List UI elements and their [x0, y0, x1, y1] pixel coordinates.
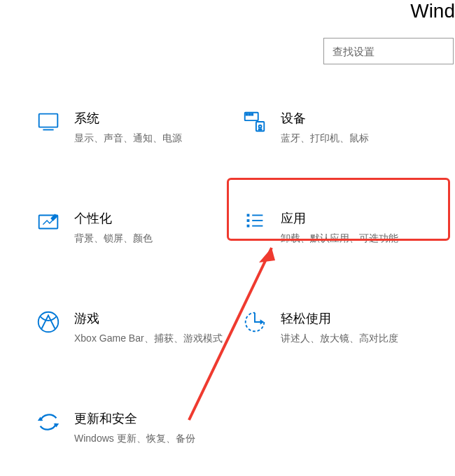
svg-rect-4 [248, 114, 250, 115]
system-icon [35, 108, 62, 135]
svg-rect-0 [39, 114, 58, 127]
tile-title: 游戏 [74, 310, 223, 327]
search-settings-box[interactable] [323, 38, 454, 64]
ease-of-access-icon [241, 309, 268, 335]
tile-subtitle: 背景、锁屏、颜色 [74, 231, 153, 246]
svg-rect-13 [247, 225, 250, 227]
apps-icon [241, 209, 268, 235]
tile-title: 个性化 [74, 210, 153, 227]
tile-subtitle: 讲述人、放大镜、高对比度 [281, 331, 398, 346]
tile-subtitle: Windows 更新、恢复、备份 [74, 431, 195, 446]
tile-title: 系统 [74, 110, 182, 127]
tile-devices[interactable]: 设备 蓝牙、打印机、鼠标 [241, 108, 448, 146]
svg-rect-8 [259, 129, 262, 130]
tile-title: 应用 [281, 210, 398, 227]
tile-gaming[interactable]: 游戏 Xbox Game Bar、捕获、游戏模式 [35, 309, 241, 346]
tile-title: 更新和安全 [74, 410, 195, 427]
tile-system[interactable]: 系统 显示、声音、通知、电源 [35, 108, 241, 146]
update-security-icon [35, 409, 62, 435]
tile-subtitle: 蓝牙、打印机、鼠标 [281, 131, 369, 146]
svg-point-7 [259, 125, 262, 128]
tile-title: 轻松使用 [281, 310, 398, 327]
tile-subtitle: 显示、声音、通知、电源 [74, 131, 182, 146]
svg-rect-12 [247, 219, 250, 222]
devices-icon [241, 108, 268, 135]
settings-tiles-grid: 系统 显示、声音、通知、电源 设备 蓝牙、打印机、鼠标 [35, 108, 448, 476]
tile-personalization[interactable]: 个性化 背景、锁屏、颜色 [35, 209, 241, 246]
personalization-icon [35, 209, 62, 235]
tile-subtitle: Xbox Game Bar、捕获、游戏模式 [74, 331, 223, 346]
gaming-icon [35, 309, 62, 335]
svg-rect-11 [247, 214, 250, 217]
tile-update-security[interactable]: 更新和安全 Windows 更新、恢复、备份 [35, 409, 241, 446]
svg-rect-3 [246, 114, 248, 115]
svg-rect-5 [251, 114, 253, 115]
tile-apps[interactable]: 应用 卸载、默认应用、可选功能 [241, 209, 448, 246]
page-title: Wind [410, 0, 455, 22]
tile-title: 设备 [281, 110, 369, 127]
tile-ease-of-access[interactable]: 轻松使用 讲述人、放大镜、高对比度 [241, 309, 448, 346]
search-input[interactable] [332, 46, 444, 57]
tile-subtitle: 卸载、默认应用、可选功能 [281, 231, 398, 246]
